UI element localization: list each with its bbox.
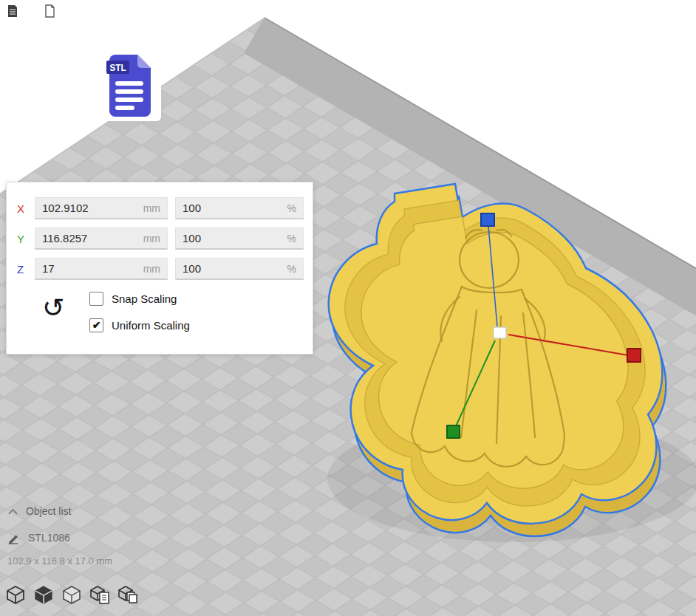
uniform-scaling-label: Uniform Scaling: [112, 319, 190, 332]
scale-z-mm-field[interactable]: mm: [35, 258, 168, 280]
scale-row-x: X mm %: [7, 197, 313, 219]
scale-y-percent-field[interactable]: %: [175, 227, 304, 250]
stl-file-icon[interactable]: STL: [100, 49, 161, 121]
scale-z-percent-input[interactable]: [176, 262, 287, 275]
scale-y-percent-input[interactable]: [176, 232, 287, 244]
axis-y-label: Y: [17, 233, 32, 245]
scale-z-percent-field[interactable]: %: [175, 258, 304, 280]
gizmo-handle-center[interactable]: [494, 327, 506, 338]
scale-x-percent-input[interactable]: [176, 202, 287, 214]
object-list-header[interactable]: Object list: [7, 504, 112, 519]
axis-x-label: X: [17, 202, 32, 215]
object-list-item-label: STL1086: [28, 532, 70, 544]
uniform-scaling-row: ✔ Uniform Scaling: [89, 317, 190, 333]
chevron-up-icon: [7, 507, 18, 516]
mm-unit-label: mm: [143, 233, 167, 244]
snap-scaling-checkbox[interactable]: [89, 292, 103, 306]
gizmo-handle-green[interactable]: [447, 425, 460, 438]
cube-copy-icon[interactable]: [117, 584, 139, 606]
mm-unit-label: mm: [143, 263, 167, 275]
uniform-scaling-checkbox[interactable]: ✔: [89, 318, 103, 332]
scale-tool-panel: X mm % Y mm % Z mm % ↺: [6, 182, 313, 355]
model-dimensions-label: 102.9 x 116.8 x 17.0 mm: [7, 555, 112, 567]
cube-wireframe-icon[interactable]: [4, 584, 27, 606]
cube-file-icon[interactable]: [89, 584, 111, 606]
uniform-check-mark: ✔: [92, 320, 101, 330]
snap-scaling-row: Snap Scaling: [89, 290, 190, 307]
scale-x-percent-field[interactable]: %: [175, 197, 304, 219]
copy-page-icon[interactable]: [43, 4, 56, 18]
mm-unit-label: mm: [143, 202, 167, 214]
view-mode-toolbar: [4, 584, 145, 606]
snap-scaling-label: Snap Scaling: [112, 292, 177, 305]
scale-y-mm-field[interactable]: mm: [35, 227, 168, 250]
stl-badge-label: STL: [109, 63, 126, 73]
gizmo-handle-red[interactable]: [627, 349, 641, 362]
scale-row-y: Y mm %: [7, 227, 313, 250]
pencil-icon: [7, 532, 19, 544]
scale-y-mm-input[interactable]: [35, 232, 143, 244]
object-list-title: Object list: [26, 505, 71, 517]
scale-x-mm-input[interactable]: [35, 202, 143, 214]
cube-solid-icon[interactable]: [33, 584, 55, 606]
scale-row-z: Z mm %: [7, 258, 313, 280]
percent-unit-label: %: [287, 202, 303, 214]
percent-unit-label: %: [287, 263, 303, 275]
document-icon[interactable]: [6, 4, 19, 18]
gizmo-handle-blue[interactable]: [481, 213, 494, 226]
reset-scale-button[interactable]: ↺: [42, 295, 64, 321]
percent-unit-label: %: [287, 233, 303, 244]
object-list-item[interactable]: STL1086: [7, 530, 112, 545]
scale-z-mm-input[interactable]: [35, 262, 143, 275]
object-list: Object list STL1086 102.9 x 116.8 x 17.0…: [7, 504, 112, 567]
axis-z-label: Z: [17, 263, 32, 276]
scale-x-mm-field[interactable]: mm: [35, 197, 168, 219]
cube-shaded-icon[interactable]: [61, 584, 83, 606]
